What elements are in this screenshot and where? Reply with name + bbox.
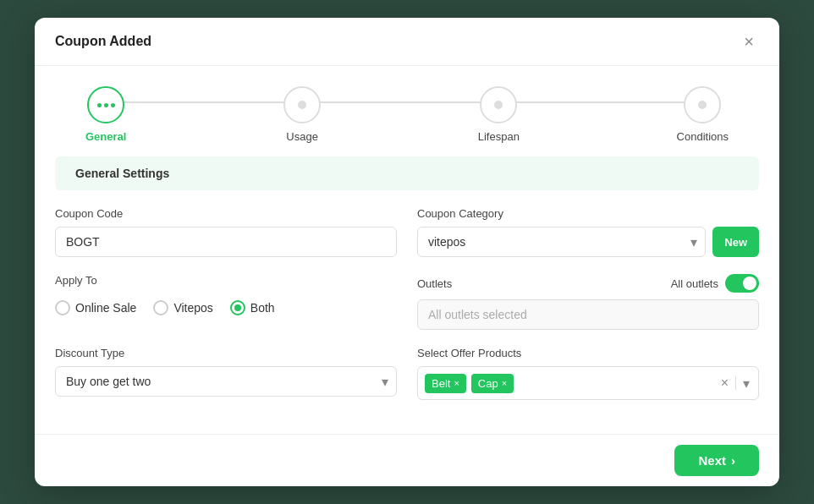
step-circle-usage xyxy=(283,86,321,123)
category-select-wrapper: vitepos ▾ xyxy=(417,227,706,257)
section-header: General Settings xyxy=(55,156,759,190)
offer-divider xyxy=(735,376,736,390)
radio-both[interactable] xyxy=(230,300,245,315)
radio-vitepos-text: Vitepos xyxy=(173,301,212,315)
offer-clear-button[interactable]: × xyxy=(719,374,730,392)
outlets-label: Outlets xyxy=(417,277,452,290)
step-label-general: General xyxy=(85,130,126,143)
step-inner-dot-conditions xyxy=(698,101,707,109)
dot-3 xyxy=(111,103,115,107)
step-circle-lifespan xyxy=(480,86,517,123)
discount-type-label: Discount Type xyxy=(55,347,397,359)
step-circle-general xyxy=(87,86,124,123)
radio-label-online[interactable]: Online Sale xyxy=(55,300,136,315)
form-row-3: Discount Type Buy one get two ▾ Select O… xyxy=(55,347,759,400)
discount-type-col: Discount Type Buy one get two ▾ xyxy=(55,347,397,400)
step-dots xyxy=(97,103,115,107)
next-button[interactable]: Next › xyxy=(674,445,759,476)
modal-title: Coupon Added xyxy=(55,34,151,49)
tag-belt: Belt × xyxy=(425,374,466,393)
outlets-placeholder-text: All outlets selected xyxy=(428,308,527,321)
apply-to-col: Apply To Online Sale Vitepos Both xyxy=(55,274,397,330)
discount-type-select[interactable]: Buy one get two xyxy=(55,366,397,397)
radio-online-text: Online Sale xyxy=(75,301,136,315)
coupon-code-col: Coupon Code xyxy=(55,207,397,257)
tag-cap-label: Cap xyxy=(478,377,498,390)
form-row-1: Coupon Code Coupon Category vitepos ▾ Ne… xyxy=(55,207,759,257)
tag-cap-close[interactable]: × xyxy=(502,379,507,388)
stepper: General Usage Lifespan Conditions xyxy=(35,66,779,156)
modal-header: Coupon Added × xyxy=(35,18,779,66)
outlets-col: Outlets All outlets All outlets selected xyxy=(417,274,759,330)
step-inner-dot-lifespan xyxy=(494,101,503,109)
form-body: Coupon Code Coupon Category vitepos ▾ Ne… xyxy=(35,190,779,434)
step-label-conditions: Conditions xyxy=(677,130,729,143)
stepper-line xyxy=(119,101,695,103)
offer-dropdown-button[interactable]: ▾ xyxy=(741,374,751,393)
step-circle-conditions xyxy=(684,86,721,123)
radio-label-both[interactable]: Both xyxy=(230,300,275,315)
modal: Coupon Added × General Usage xyxy=(35,18,779,486)
coupon-category-select[interactable]: vitepos xyxy=(417,227,706,257)
next-label: Next xyxy=(698,453,726,468)
coupon-category-label: Coupon Category xyxy=(417,207,759,220)
step-label-lifespan: Lifespan xyxy=(478,130,520,143)
step-inner-dot-usage xyxy=(298,101,306,109)
close-button[interactable]: × xyxy=(739,31,759,52)
category-row: vitepos ▾ New xyxy=(417,227,759,257)
offer-products-label: Select Offer Products xyxy=(417,347,759,359)
outlets-header: Outlets All outlets xyxy=(417,274,759,293)
section-title: General Settings xyxy=(75,167,169,180)
step-lifespan[interactable]: Lifespan xyxy=(478,86,520,143)
radio-online[interactable] xyxy=(55,300,70,315)
dot-2 xyxy=(104,103,108,107)
next-arrow-icon: › xyxy=(731,453,735,468)
offer-controls: × ▾ xyxy=(719,374,751,393)
apply-to-label: Apply To xyxy=(55,274,397,287)
radio-both-text: Both xyxy=(250,301,275,315)
all-outlets-text: All outlets xyxy=(671,277,718,290)
toggle-slider xyxy=(725,274,759,293)
coupon-code-input[interactable] xyxy=(55,227,397,257)
modal-footer: Next › xyxy=(35,434,779,486)
step-usage[interactable]: Usage xyxy=(283,86,321,143)
all-outlets-row: All outlets xyxy=(671,274,759,293)
step-general[interactable]: General xyxy=(85,86,126,143)
discount-select-wrapper: Buy one get two ▾ xyxy=(55,366,397,397)
apply-to-radio-group: Online Sale Vitepos Both xyxy=(55,293,397,322)
tag-cap: Cap × xyxy=(471,374,514,393)
coupon-category-col: Coupon Category vitepos ▾ New xyxy=(417,207,759,257)
radio-label-vitepos[interactable]: Vitepos xyxy=(153,300,212,315)
offer-products-col: Select Offer Products Belt × Cap × × ▾ xyxy=(417,347,759,400)
tag-belt-close[interactable]: × xyxy=(454,379,459,388)
tag-belt-label: Belt xyxy=(432,377,450,390)
all-outlets-toggle[interactable] xyxy=(725,274,759,293)
new-badge-button[interactable]: New xyxy=(712,227,759,257)
step-conditions[interactable]: Conditions xyxy=(677,86,729,143)
coupon-code-label: Coupon Code xyxy=(55,207,397,220)
offer-products-wrapper[interactable]: Belt × Cap × × ▾ xyxy=(417,366,759,400)
radio-vitepos[interactable] xyxy=(153,300,168,315)
outlets-input: All outlets selected xyxy=(417,299,759,330)
form-row-2: Apply To Online Sale Vitepos Both xyxy=(55,274,759,330)
step-label-usage: Usage xyxy=(286,130,318,143)
dot-1 xyxy=(97,103,102,107)
